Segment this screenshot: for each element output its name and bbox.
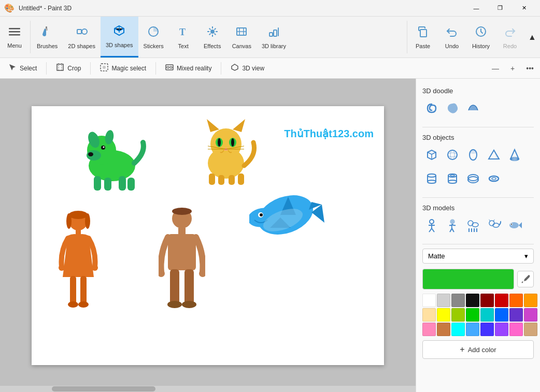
svg-point-73 — [68, 301, 78, 308]
mixed-reality-icon — [165, 63, 174, 73]
svg-point-67 — [85, 213, 90, 229]
zoom-more-button[interactable]: ••• — [522, 62, 538, 75]
color-cell-6[interactable] — [509, 294, 523, 307]
close-button[interactable]: ✕ — [512, 0, 536, 17]
person-front-btn[interactable] — [422, 216, 441, 235]
cat-model-btn[interactable] — [485, 216, 503, 235]
color-cell-17[interactable] — [437, 323, 450, 336]
drawing-canvas[interactable]: ThủThuật123.com — [32, 106, 384, 365]
color-cell-19[interactable] — [466, 323, 479, 336]
eyedropper-button[interactable] — [517, 271, 534, 287]
color-cell-16[interactable] — [422, 323, 436, 336]
stickers-button[interactable]: Stickers — [138, 17, 169, 57]
color-cell-8[interactable] — [422, 308, 436, 322]
menu-button[interactable]: Menu — [0, 17, 29, 57]
svg-line-85 — [428, 152, 432, 154]
pyramid-btn[interactable] — [485, 146, 503, 164]
torus-btn[interactable] — [485, 169, 503, 188]
color-cell-1[interactable] — [437, 294, 450, 307]
color-cell-20[interactable] — [480, 323, 494, 336]
color-cell-5[interactable] — [495, 294, 508, 307]
redo-label: Redo — [503, 43, 517, 49]
oval-tube-btn[interactable] — [464, 169, 482, 188]
maximize-button[interactable]: ❐ — [488, 0, 512, 17]
crop-tool[interactable]: Crop — [50, 61, 87, 75]
color-cell-23[interactable] — [524, 323, 537, 336]
color-cell-0[interactable] — [422, 294, 436, 307]
paste-icon — [417, 25, 429, 41]
dog-model-btn[interactable] — [464, 216, 482, 235]
green-dog[interactable] — [73, 122, 151, 196]
magic-select-tool[interactable]: Magic select — [94, 61, 152, 75]
color-cell-13[interactable] — [495, 308, 508, 322]
canvas-icon — [235, 25, 248, 41]
mixed-reality-tool[interactable]: Mixed reality — [159, 61, 218, 75]
svg-rect-14 — [274, 30, 277, 36]
cone-btn[interactable] — [505, 146, 524, 164]
color-cell-21[interactable] — [495, 323, 508, 336]
history-button[interactable]: History — [466, 17, 495, 57]
zoom-plus-button[interactable]: + — [506, 62, 519, 75]
svg-point-5 — [82, 29, 87, 34]
horizontal-scrollbar[interactable] — [0, 386, 416, 392]
sub-sep-3 — [155, 62, 156, 75]
3dlibrary-button[interactable]: 3D library — [257, 17, 291, 57]
paste-button[interactable]: Paste — [408, 17, 437, 57]
svg-text:T: T — [179, 27, 186, 37]
undo-button[interactable]: Undo — [437, 17, 466, 57]
cube-btn[interactable] — [422, 146, 441, 164]
doodle-swirl-btn[interactable] — [422, 99, 441, 118]
color-cell-14[interactable] — [509, 308, 523, 322]
fish-model-btn[interactable] — [505, 216, 524, 235]
color-cell-2[interactable] — [451, 294, 465, 307]
canvas-button[interactable]: Canvas — [227, 17, 257, 57]
collapse-button[interactable]: ▲ — [524, 17, 540, 57]
cylinder-btn[interactable] — [422, 169, 441, 188]
person-side-btn[interactable] — [443, 216, 462, 235]
text-button[interactable]: T Text — [169, 17, 198, 57]
color-cell-22[interactable] — [509, 323, 523, 336]
doodle-smooth-btn[interactable] — [464, 99, 482, 118]
add-color-label: Add color — [468, 346, 496, 354]
material-dropdown[interactable]: Matte ▾ — [422, 249, 534, 264]
tube-btn[interactable] — [443, 169, 462, 188]
brown-male-person[interactable] — [159, 207, 205, 318]
undo-icon — [446, 25, 458, 41]
zoom-minus-button[interactable]: — — [488, 62, 503, 75]
svg-rect-52 — [218, 175, 224, 185]
color-cell-4[interactable] — [480, 294, 494, 307]
svg-rect-51 — [209, 173, 215, 185]
2dshapes-button[interactable]: 2D shapes — [63, 17, 101, 57]
svg-rect-72 — [80, 276, 87, 304]
brushes-label: Brushes — [37, 43, 58, 49]
toolbar-sep-2 — [407, 21, 407, 53]
3dshapes-button[interactable]: 3D shapes — [101, 17, 138, 57]
current-color-swatch[interactable] — [422, 269, 514, 289]
color-cell-3[interactable] — [466, 294, 479, 307]
add-color-button[interactable]: + Add color — [422, 340, 534, 359]
svg-rect-2 — [9, 34, 20, 36]
color-cell-12[interactable] — [480, 308, 494, 322]
3d-view-tool[interactable]: 3D view — [224, 61, 271, 75]
select-tool[interactable]: Select — [2, 61, 43, 75]
color-cell-10[interactable] — [451, 308, 465, 322]
orange-female-person[interactable] — [58, 210, 99, 315]
sphere-btn[interactable] — [443, 146, 462, 164]
models-section-title: 3D models — [422, 204, 534, 212]
color-cell-9[interactable] — [437, 308, 450, 322]
capsule-btn[interactable] — [464, 146, 482, 164]
minimize-button[interactable]: — — [464, 0, 488, 17]
doodle-blob-btn[interactable] — [443, 99, 462, 118]
blue-shark[interactable] — [249, 168, 332, 253]
brushes-button[interactable]: Brushes — [32, 17, 63, 57]
color-cell-11[interactable] — [466, 308, 479, 322]
svg-rect-71 — [70, 276, 76, 304]
color-cell-18[interactable] — [451, 323, 465, 336]
sub-sep-2 — [90, 62, 91, 75]
canvas-area[interactable]: ThủThuật123.com — [0, 79, 416, 392]
color-cell-7[interactable] — [524, 294, 537, 307]
color-cell-15[interactable] — [524, 308, 537, 322]
effects-button[interactable]: Effects — [198, 17, 227, 57]
svg-line-113 — [429, 228, 432, 232]
redo-button[interactable]: Redo — [495, 17, 524, 57]
